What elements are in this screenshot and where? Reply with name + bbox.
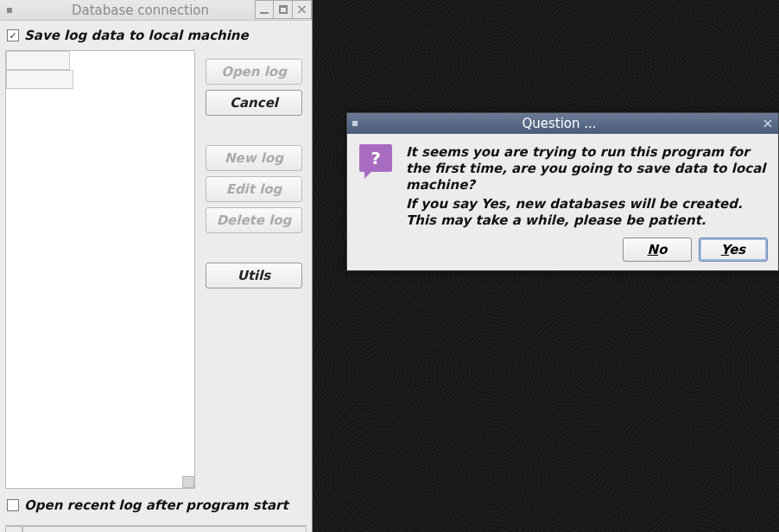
main-titlebar[interactable]: Database connection × [0,0,312,21]
dialog-message-line2: If you say Yes, new databases will be cr… [406,196,766,229]
open-recent-checkbox[interactable] [7,499,19,511]
list-header-cell[interactable] [6,51,70,70]
delete-log-button[interactable]: Delete log [206,207,302,233]
scroll-corner [182,476,194,488]
minimize-button[interactable] [255,0,274,19]
yes-button[interactable]: Yes [699,238,768,262]
maximize-button[interactable] [274,0,293,19]
save-log-checkbox[interactable] [7,29,19,41]
dialog-close-button[interactable]: × [759,114,776,131]
save-log-label: Save log data to local machine [24,28,249,43]
main-content: Save log data to local machine Open log … [0,21,312,532]
dialog-icon-wrap: ? [359,144,394,229]
dialog-titlebar[interactable]: Question ... × [347,113,778,134]
database-connection-window: Database connection × Save log data to l… [0,0,313,532]
dialog-message: It seems you are trying to run this prog… [406,144,766,229]
cancel-button[interactable]: Cancel [206,90,302,116]
utils-button[interactable]: Utils [206,263,302,288]
window-controls: × [255,0,312,21]
save-log-checkbox-row: Save log data to local machine [5,28,307,43]
bottom-area: Open recent log after program start [5,489,307,532]
list-header-cell[interactable] [6,70,73,89]
new-log-button[interactable]: New log [206,145,302,171]
question-icon: ? [359,144,392,172]
close-button[interactable]: × [293,0,312,19]
open-recent-label: Open recent log after program start [24,497,288,513]
edit-log-button[interactable]: Edit log [206,176,302,202]
close-icon: × [296,3,307,16]
no-button[interactable]: No [623,238,692,262]
dialog-footer: No Yes [347,238,778,270]
dialog-body: ? It seems you are trying to run this pr… [347,134,778,238]
close-icon: × [762,115,773,131]
status-bar [5,525,307,532]
status-cell [5,526,22,532]
mid-row: Open log Cancel New log Edit log Delete … [5,50,307,489]
dialog-message-line1: It seems you are trying to run this prog… [406,144,766,194]
open-recent-checkbox-row: Open recent log after program start [5,497,307,513]
dialog-title: Question ... [358,116,778,131]
open-log-button[interactable]: Open log [206,59,302,85]
log-list-panel[interactable] [5,50,195,489]
question-dialog: Question ... × ? It seems you are trying… [346,112,779,271]
button-column: Open log Cancel New log Edit log Delete … [206,50,302,489]
status-cell [22,526,307,532]
window-system-icon [7,8,12,13]
